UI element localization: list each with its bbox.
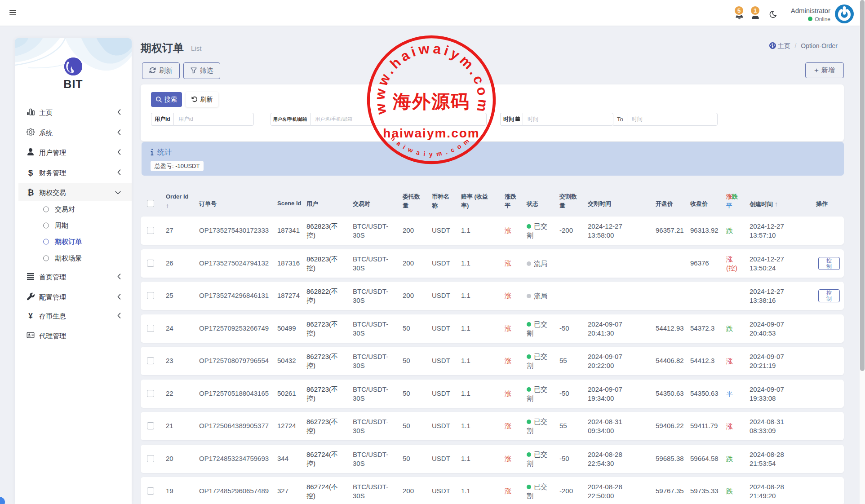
svg-text:海外源码: 海外源码 [392, 91, 470, 112]
